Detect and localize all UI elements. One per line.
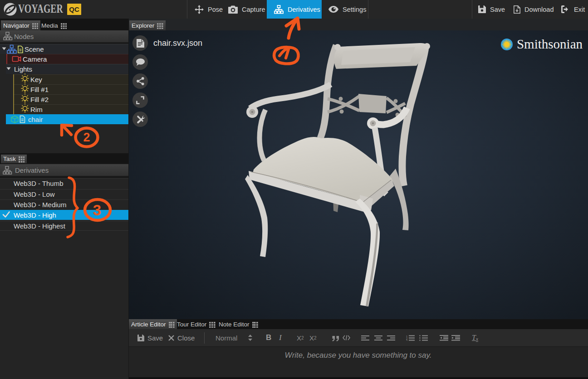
svg-text:3: 3: [406, 339, 407, 341]
